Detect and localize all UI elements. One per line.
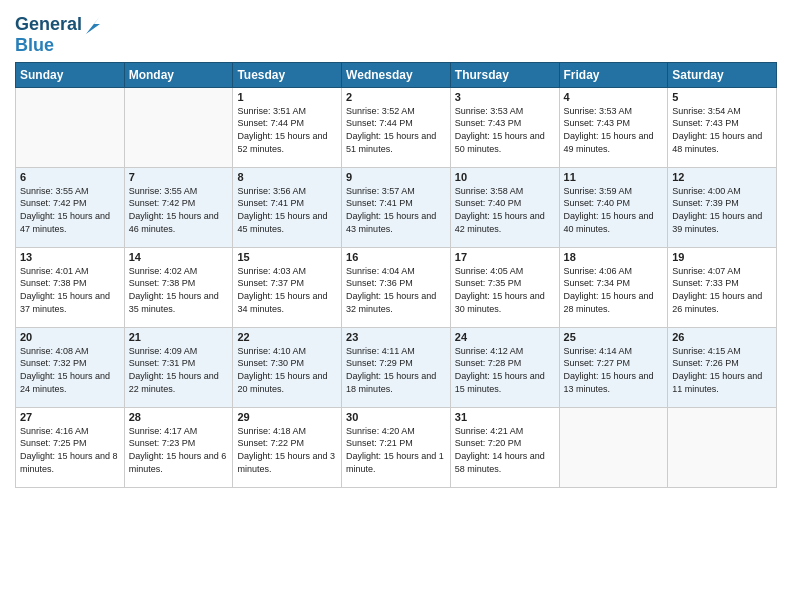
day-number: 3 xyxy=(455,91,555,103)
calendar-day-cell: 27Sunrise: 4:16 AM Sunset: 7:25 PM Dayli… xyxy=(16,407,125,487)
calendar-header-friday: Friday xyxy=(559,62,668,87)
calendar-day-cell: 26Sunrise: 4:15 AM Sunset: 7:26 PM Dayli… xyxy=(668,327,777,407)
day-number: 16 xyxy=(346,251,446,263)
day-info: Sunrise: 4:08 AM Sunset: 7:32 PM Dayligh… xyxy=(20,345,120,395)
day-info: Sunrise: 4:06 AM Sunset: 7:34 PM Dayligh… xyxy=(564,265,664,315)
day-info: Sunrise: 4:20 AM Sunset: 7:21 PM Dayligh… xyxy=(346,425,446,475)
day-number: 4 xyxy=(564,91,664,103)
day-number: 6 xyxy=(20,171,120,183)
day-number: 18 xyxy=(564,251,664,263)
day-info: Sunrise: 4:17 AM Sunset: 7:23 PM Dayligh… xyxy=(129,425,229,475)
calendar-header-monday: Monday xyxy=(124,62,233,87)
calendar-header-tuesday: Tuesday xyxy=(233,62,342,87)
calendar-day-cell xyxy=(16,87,125,167)
calendar-header-row: SundayMondayTuesdayWednesdayThursdayFrid… xyxy=(16,62,777,87)
calendar-day-cell: 25Sunrise: 4:14 AM Sunset: 7:27 PM Dayli… xyxy=(559,327,668,407)
day-info: Sunrise: 3:51 AM Sunset: 7:44 PM Dayligh… xyxy=(237,105,337,155)
calendar-day-cell: 5Sunrise: 3:54 AM Sunset: 7:43 PM Daylig… xyxy=(668,87,777,167)
day-info: Sunrise: 3:55 AM Sunset: 7:42 PM Dayligh… xyxy=(20,185,120,235)
page: General Blue SundayMondayTuesdayWednesda… xyxy=(0,0,792,612)
calendar-day-cell: 15Sunrise: 4:03 AM Sunset: 7:37 PM Dayli… xyxy=(233,247,342,327)
day-number: 24 xyxy=(455,331,555,343)
calendar-header-thursday: Thursday xyxy=(450,62,559,87)
day-number: 11 xyxy=(564,171,664,183)
calendar-day-cell: 10Sunrise: 3:58 AM Sunset: 7:40 PM Dayli… xyxy=(450,167,559,247)
day-info: Sunrise: 3:56 AM Sunset: 7:41 PM Dayligh… xyxy=(237,185,337,235)
day-info: Sunrise: 4:21 AM Sunset: 7:20 PM Dayligh… xyxy=(455,425,555,475)
day-info: Sunrise: 4:12 AM Sunset: 7:28 PM Dayligh… xyxy=(455,345,555,395)
day-number: 23 xyxy=(346,331,446,343)
logo-text-general: General xyxy=(15,15,82,35)
calendar-day-cell: 24Sunrise: 4:12 AM Sunset: 7:28 PM Dayli… xyxy=(450,327,559,407)
calendar-day-cell: 29Sunrise: 4:18 AM Sunset: 7:22 PM Dayli… xyxy=(233,407,342,487)
day-info: Sunrise: 4:09 AM Sunset: 7:31 PM Dayligh… xyxy=(129,345,229,395)
calendar-header-wednesday: Wednesday xyxy=(342,62,451,87)
calendar-day-cell: 9Sunrise: 3:57 AM Sunset: 7:41 PM Daylig… xyxy=(342,167,451,247)
calendar-day-cell: 13Sunrise: 4:01 AM Sunset: 7:38 PM Dayli… xyxy=(16,247,125,327)
calendar-day-cell xyxy=(124,87,233,167)
calendar-day-cell: 7Sunrise: 3:55 AM Sunset: 7:42 PM Daylig… xyxy=(124,167,233,247)
day-info: Sunrise: 3:58 AM Sunset: 7:40 PM Dayligh… xyxy=(455,185,555,235)
calendar-day-cell: 6Sunrise: 3:55 AM Sunset: 7:42 PM Daylig… xyxy=(16,167,125,247)
day-number: 29 xyxy=(237,411,337,423)
day-number: 30 xyxy=(346,411,446,423)
calendar-week-row: 6Sunrise: 3:55 AM Sunset: 7:42 PM Daylig… xyxy=(16,167,777,247)
calendar-day-cell: 31Sunrise: 4:21 AM Sunset: 7:20 PM Dayli… xyxy=(450,407,559,487)
day-info: Sunrise: 4:03 AM Sunset: 7:37 PM Dayligh… xyxy=(237,265,337,315)
calendar-day-cell: 19Sunrise: 4:07 AM Sunset: 7:33 PM Dayli… xyxy=(668,247,777,327)
day-info: Sunrise: 3:54 AM Sunset: 7:43 PM Dayligh… xyxy=(672,105,772,155)
calendar-day-cell: 30Sunrise: 4:20 AM Sunset: 7:21 PM Dayli… xyxy=(342,407,451,487)
day-info: Sunrise: 4:02 AM Sunset: 7:38 PM Dayligh… xyxy=(129,265,229,315)
day-number: 19 xyxy=(672,251,772,263)
calendar-day-cell: 22Sunrise: 4:10 AM Sunset: 7:30 PM Dayli… xyxy=(233,327,342,407)
day-number: 28 xyxy=(129,411,229,423)
calendar-week-row: 1Sunrise: 3:51 AM Sunset: 7:44 PM Daylig… xyxy=(16,87,777,167)
calendar-week-row: 13Sunrise: 4:01 AM Sunset: 7:38 PM Dayli… xyxy=(16,247,777,327)
day-number: 26 xyxy=(672,331,772,343)
svg-marker-0 xyxy=(86,16,100,34)
calendar-day-cell xyxy=(668,407,777,487)
day-info: Sunrise: 4:14 AM Sunset: 7:27 PM Dayligh… xyxy=(564,345,664,395)
day-info: Sunrise: 3:52 AM Sunset: 7:44 PM Dayligh… xyxy=(346,105,446,155)
day-number: 2 xyxy=(346,91,446,103)
logo: General Blue xyxy=(15,14,102,56)
day-number: 17 xyxy=(455,251,555,263)
header: General Blue xyxy=(15,10,777,56)
day-number: 25 xyxy=(564,331,664,343)
calendar-header-sunday: Sunday xyxy=(16,62,125,87)
day-number: 10 xyxy=(455,171,555,183)
calendar-day-cell: 11Sunrise: 3:59 AM Sunset: 7:40 PM Dayli… xyxy=(559,167,668,247)
day-number: 1 xyxy=(237,91,337,103)
day-number: 31 xyxy=(455,411,555,423)
day-info: Sunrise: 4:00 AM Sunset: 7:39 PM Dayligh… xyxy=(672,185,772,235)
day-info: Sunrise: 4:04 AM Sunset: 7:36 PM Dayligh… xyxy=(346,265,446,315)
day-info: Sunrise: 4:15 AM Sunset: 7:26 PM Dayligh… xyxy=(672,345,772,395)
day-number: 14 xyxy=(129,251,229,263)
day-number: 22 xyxy=(237,331,337,343)
calendar-day-cell: 3Sunrise: 3:53 AM Sunset: 7:43 PM Daylig… xyxy=(450,87,559,167)
day-number: 8 xyxy=(237,171,337,183)
calendar-header-saturday: Saturday xyxy=(668,62,777,87)
day-number: 12 xyxy=(672,171,772,183)
calendar-day-cell: 18Sunrise: 4:06 AM Sunset: 7:34 PM Dayli… xyxy=(559,247,668,327)
calendar-week-row: 20Sunrise: 4:08 AM Sunset: 7:32 PM Dayli… xyxy=(16,327,777,407)
calendar-day-cell xyxy=(559,407,668,487)
calendar-day-cell: 28Sunrise: 4:17 AM Sunset: 7:23 PM Dayli… xyxy=(124,407,233,487)
day-info: Sunrise: 3:59 AM Sunset: 7:40 PM Dayligh… xyxy=(564,185,664,235)
calendar-day-cell: 20Sunrise: 4:08 AM Sunset: 7:32 PM Dayli… xyxy=(16,327,125,407)
calendar-day-cell: 14Sunrise: 4:02 AM Sunset: 7:38 PM Dayli… xyxy=(124,247,233,327)
day-info: Sunrise: 3:57 AM Sunset: 7:41 PM Dayligh… xyxy=(346,185,446,235)
day-number: 7 xyxy=(129,171,229,183)
calendar-day-cell: 2Sunrise: 3:52 AM Sunset: 7:44 PM Daylig… xyxy=(342,87,451,167)
calendar-day-cell: 4Sunrise: 3:53 AM Sunset: 7:43 PM Daylig… xyxy=(559,87,668,167)
day-info: Sunrise: 3:55 AM Sunset: 7:42 PM Dayligh… xyxy=(129,185,229,235)
day-number: 13 xyxy=(20,251,120,263)
day-number: 21 xyxy=(129,331,229,343)
day-number: 20 xyxy=(20,331,120,343)
day-info: Sunrise: 4:16 AM Sunset: 7:25 PM Dayligh… xyxy=(20,425,120,475)
calendar-day-cell: 12Sunrise: 4:00 AM Sunset: 7:39 PM Dayli… xyxy=(668,167,777,247)
logo-text-blue: Blue xyxy=(15,36,102,56)
logo-icon xyxy=(84,14,102,36)
calendar-day-cell: 21Sunrise: 4:09 AM Sunset: 7:31 PM Dayli… xyxy=(124,327,233,407)
day-info: Sunrise: 4:11 AM Sunset: 7:29 PM Dayligh… xyxy=(346,345,446,395)
